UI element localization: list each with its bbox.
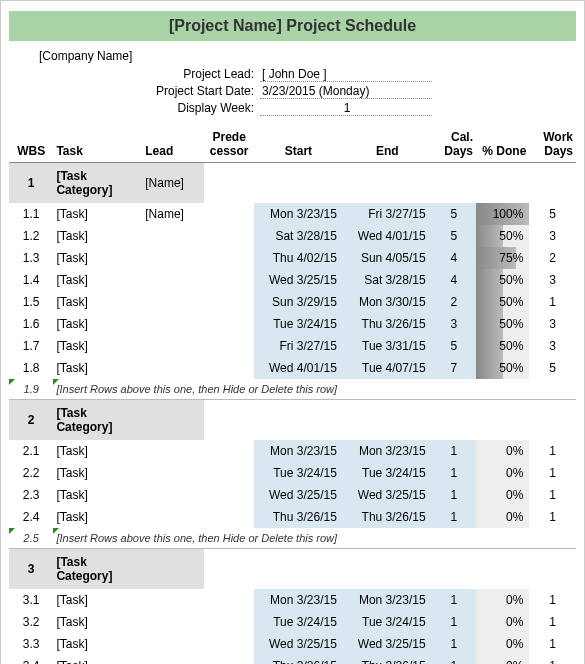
cell-lead[interactable] xyxy=(142,225,204,247)
cell-caldays[interactable]: 7 xyxy=(432,357,476,379)
cell-category[interactable]: [Task Category] xyxy=(53,549,142,589)
cell-pct-done[interactable]: 0% xyxy=(476,484,529,506)
cell-wbs[interactable]: 2 xyxy=(9,400,53,440)
cell-lead[interactable] xyxy=(142,655,204,664)
cell-pct-done[interactable]: 50% xyxy=(476,357,529,379)
cell-task[interactable]: [Task] xyxy=(53,313,142,335)
cell-pred[interactable] xyxy=(204,484,254,506)
cell-start[interactable]: Wed 3/25/15 xyxy=(254,269,343,291)
cell-end[interactable]: Mon 3/30/15 xyxy=(343,291,432,313)
cell-workdays[interactable]: 1 xyxy=(529,633,576,655)
cell-task[interactable]: [Task] xyxy=(53,655,142,664)
cell-caldays[interactable]: 1 xyxy=(432,484,476,506)
cell-end[interactable]: Wed 3/25/15 xyxy=(343,484,432,506)
cell-start[interactable]: Mon 3/23/15 xyxy=(254,440,343,462)
cell-wbs[interactable]: 1 xyxy=(9,163,53,204)
cell-end[interactable]: Thu 3/26/15 xyxy=(343,655,432,664)
cell-lead[interactable]: [Name] xyxy=(142,203,204,225)
cell-end[interactable]: Sat 3/28/15 xyxy=(343,269,432,291)
cell-start[interactable]: Tue 3/24/15 xyxy=(254,313,343,335)
cell-caldays[interactable]: 2 xyxy=(432,291,476,313)
cell-wbs[interactable]: 3 xyxy=(9,549,53,589)
cell-caldays[interactable]: 5 xyxy=(432,335,476,357)
cell-task[interactable]: [Task] xyxy=(53,589,142,611)
cell-end[interactable]: Thu 3/26/15 xyxy=(343,313,432,335)
cell-wbs[interactable]: 3.2 xyxy=(9,611,53,633)
cell-lead[interactable] xyxy=(142,549,204,589)
cell-lead[interactable] xyxy=(142,335,204,357)
cell-task[interactable]: [Task] xyxy=(53,203,142,225)
cell-pct-done[interactable]: 0% xyxy=(476,611,529,633)
cell-task[interactable]: [Task] xyxy=(53,484,142,506)
cell-start[interactable]: Thu 4/02/15 xyxy=(254,247,343,269)
cell-pred[interactable] xyxy=(204,335,254,357)
cell-wbs[interactable]: 1.1 xyxy=(9,203,53,225)
cell-workdays[interactable]: 1 xyxy=(529,506,576,528)
cell-lead[interactable] xyxy=(142,291,204,313)
display-week-value[interactable]: 1 xyxy=(260,101,432,116)
cell-start[interactable]: Thu 3/26/15 xyxy=(254,506,343,528)
cell-start[interactable]: Sat 3/28/15 xyxy=(254,225,343,247)
cell-caldays[interactable]: 5 xyxy=(432,225,476,247)
cell-pct-done[interactable]: 0% xyxy=(476,462,529,484)
cell-pct-done[interactable]: 100% xyxy=(476,203,529,225)
cell-workdays[interactable]: 1 xyxy=(529,611,576,633)
cell-pred[interactable] xyxy=(204,291,254,313)
cell-start[interactable]: Sun 3/29/15 xyxy=(254,291,343,313)
cell-lead[interactable] xyxy=(142,484,204,506)
cell-wbs[interactable]: 3.3 xyxy=(9,633,53,655)
cell-workdays[interactable]: 3 xyxy=(529,269,576,291)
cell-pct-done[interactable]: 0% xyxy=(476,655,529,664)
cell-caldays[interactable]: 4 xyxy=(432,247,476,269)
cell-caldays[interactable]: 5 xyxy=(432,203,476,225)
cell-end[interactable]: Wed 3/25/15 xyxy=(343,633,432,655)
cell-wbs[interactable]: 1.8 xyxy=(9,357,53,379)
cell-start[interactable]: Tue 3/24/15 xyxy=(254,462,343,484)
cell-task[interactable]: [Task] xyxy=(53,335,142,357)
cell-wbs[interactable]: 1.4 xyxy=(9,269,53,291)
cell-lead[interactable] xyxy=(142,633,204,655)
cell-task[interactable]: [Task] xyxy=(53,440,142,462)
cell-caldays[interactable]: 1 xyxy=(432,611,476,633)
cell-lead[interactable] xyxy=(142,440,204,462)
cell-end[interactable]: Tue 3/24/15 xyxy=(343,462,432,484)
cell-pct-done[interactable]: 50% xyxy=(476,291,529,313)
cell-workdays[interactable]: 2 xyxy=(529,247,576,269)
cell-pred[interactable] xyxy=(204,440,254,462)
cell-pct-done[interactable]: 50% xyxy=(476,335,529,357)
cell-lead[interactable] xyxy=(142,247,204,269)
cell-end[interactable]: Sun 4/05/15 xyxy=(343,247,432,269)
cell-wbs[interactable]: 3.4 xyxy=(9,655,53,664)
cell-start[interactable]: Tue 3/24/15 xyxy=(254,611,343,633)
cell-wbs[interactable]: 1.6 xyxy=(9,313,53,335)
cell-wbs[interactable]: 3.1 xyxy=(9,589,53,611)
cell-caldays[interactable]: 4 xyxy=(432,269,476,291)
cell-workdays[interactable]: 1 xyxy=(529,462,576,484)
cell-end[interactable]: Mon 3/23/15 xyxy=(343,589,432,611)
project-lead-value[interactable]: [ John Doe ] xyxy=(260,67,432,82)
cell-lead[interactable] xyxy=(142,400,204,440)
cell-category[interactable]: [Task Category] xyxy=(53,400,142,440)
cell-pct-done[interactable]: 0% xyxy=(476,589,529,611)
cell-pred[interactable] xyxy=(204,462,254,484)
cell-caldays[interactable]: 3 xyxy=(432,313,476,335)
cell-workdays[interactable]: 1 xyxy=(529,655,576,664)
cell-end[interactable]: Tue 3/31/15 xyxy=(343,335,432,357)
cell-task[interactable]: [Task] xyxy=(53,462,142,484)
cell-pct-done[interactable]: 0% xyxy=(476,440,529,462)
cell-lead[interactable] xyxy=(142,506,204,528)
cell-task[interactable]: [Task] xyxy=(53,225,142,247)
cell-pct-done[interactable]: 50% xyxy=(476,225,529,247)
cell-pred[interactable] xyxy=(204,269,254,291)
cell-end[interactable]: Wed 4/01/15 xyxy=(343,225,432,247)
cell-pred[interactable] xyxy=(204,633,254,655)
cell-caldays[interactable]: 1 xyxy=(432,633,476,655)
cell-start[interactable]: Wed 4/01/15 xyxy=(254,357,343,379)
cell-task[interactable]: [Task] xyxy=(53,291,142,313)
cell-start[interactable]: Wed 3/25/15 xyxy=(254,484,343,506)
cell-pred[interactable] xyxy=(204,506,254,528)
cell-lead[interactable] xyxy=(142,313,204,335)
cell-start[interactable]: Wed 3/25/15 xyxy=(254,633,343,655)
cell-pred[interactable] xyxy=(204,357,254,379)
cell-task[interactable]: [Task] xyxy=(53,506,142,528)
